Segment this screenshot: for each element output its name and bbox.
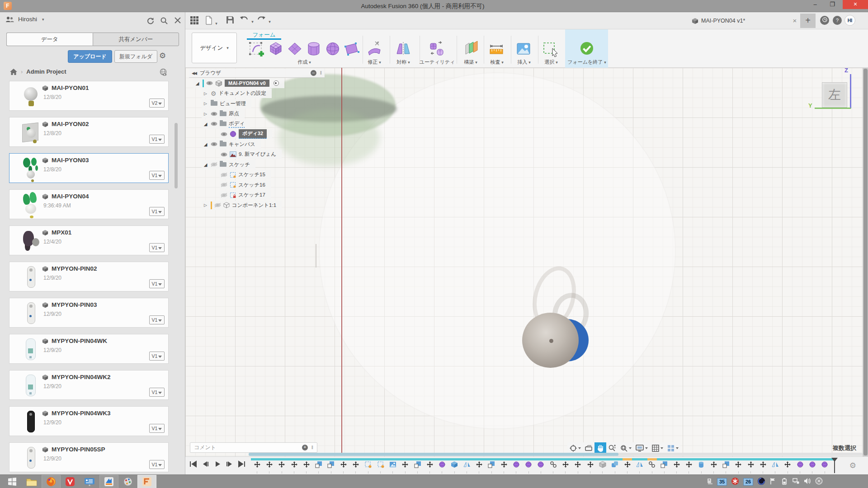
expander-expanded-icon[interactable]: ◢	[203, 142, 208, 147]
visibility-eye-icon[interactable]	[206, 81, 213, 85]
project-item[interactable]: MYPYON-PIN05SP 12/9/20 V1	[9, 442, 169, 472]
tab-form-context[interactable]: フォーム	[247, 29, 281, 39]
version-dropdown[interactable]: V1	[149, 243, 165, 252]
new-folder-button[interactable]: 新規フォルダ	[114, 50, 157, 63]
tray-flag-icon[interactable]	[769, 478, 777, 486]
panel-settings-gear-icon[interactable]: ⚙	[159, 51, 166, 61]
playback-play-button[interactable]	[213, 460, 222, 468]
timeline-feature-move[interactable]	[559, 461, 571, 474]
timeline-feature-sketch[interactable]	[362, 461, 374, 474]
tray-dismiss-icon[interactable]	[815, 477, 823, 486]
team-selector[interactable]: Hiroshi	[5, 16, 44, 23]
form-box-icon[interactable]	[267, 40, 285, 58]
timeline-feature-form[interactable]	[523, 461, 535, 474]
version-dropdown[interactable]: V1	[149, 207, 165, 216]
taskbar-palette-icon[interactable]	[118, 475, 137, 488]
timeline-feature-move[interactable]	[288, 461, 300, 474]
tray-network-icon[interactable]	[792, 478, 800, 486]
tree-node[interactable]: ◢キャンバス	[189, 140, 325, 149]
timeline-feature-move[interactable]	[745, 461, 757, 474]
group-inspect-label[interactable]: 検査	[486, 59, 508, 66]
insert-icon[interactable]	[514, 40, 533, 58]
timeline-feature-move[interactable]	[251, 461, 263, 474]
tree-node-label[interactable]: MAI-PYON04 v0	[225, 80, 269, 87]
tree-node-label[interactable]: スケッチ15	[238, 171, 265, 178]
apps-grid-icon[interactable]	[190, 16, 199, 26]
timeline-feature-move[interactable]	[782, 461, 794, 474]
browser-collapse-icon[interactable]: ◀◀	[192, 71, 196, 75]
vertical-scrollbar[interactable]	[863, 68, 868, 456]
timeline-playhead[interactable]	[834, 458, 835, 473]
timeline-feature-move[interactable]	[572, 461, 584, 474]
upload-button[interactable]: アップロード	[68, 50, 112, 63]
timeline-feature-mirror[interactable]	[461, 461, 473, 474]
timeline-feature-move[interactable]	[683, 461, 695, 474]
shared-globe-icon[interactable]	[159, 68, 167, 78]
timeline-feature-move[interactable]	[670, 461, 683, 474]
visibility-eye-icon[interactable]	[211, 112, 217, 116]
tree-node[interactable]: スケッチ15	[189, 170, 325, 179]
timeline-feature-box[interactable]	[448, 461, 461, 474]
form-sphere-icon[interactable]	[324, 40, 342, 58]
horizontal-scroll-thumb[interactable]	[249, 453, 618, 456]
timeline-settings-gear-icon[interactable]: ⚙	[849, 461, 856, 470]
group-symmetry-label[interactable]: 対称	[390, 59, 417, 66]
tray-device-icon[interactable]	[707, 478, 713, 486]
close-panel-icon[interactable]	[173, 17, 183, 27]
utility-icon[interactable]	[428, 40, 446, 58]
viewports-dropdown-icon[interactable]	[676, 447, 679, 449]
finish-form-icon[interactable]	[578, 40, 596, 58]
timeline-feature-form[interactable]	[794, 461, 806, 474]
tray-volume-icon[interactable]	[804, 478, 811, 486]
save-icon[interactable]	[226, 16, 234, 25]
symmetry-icon[interactable]	[394, 40, 412, 58]
timeline-feature-link[interactable]	[547, 461, 559, 474]
visibility-eye-icon[interactable]	[211, 142, 217, 146]
refresh-icon[interactable]	[146, 17, 156, 27]
project-item[interactable]: MAI-PYON04 9:36:49 AM V1	[9, 189, 169, 219]
expander-collapsed-icon[interactable]: ▷	[203, 112, 208, 116]
version-dropdown[interactable]: V1	[149, 352, 165, 361]
tree-node-label[interactable]: ボディ32	[239, 129, 267, 139]
tree-node-label[interactable]: コンポーネント1:1	[232, 202, 276, 209]
tree-node[interactable]: ◢スケッチ	[189, 160, 325, 169]
project-item[interactable]: MYPYON-PIN04WK2 12/9/20 V1	[9, 370, 169, 400]
display-dropdown-icon[interactable]	[645, 447, 648, 449]
tray-app-dark-icon[interactable]	[757, 477, 765, 487]
version-dropdown[interactable]: V1	[149, 279, 165, 288]
visibility-eye-off-icon[interactable]	[221, 173, 227, 177]
tray-power-icon[interactable]	[781, 478, 788, 486]
comment-expand-icon[interactable]: +	[302, 445, 308, 450]
tree-node-label[interactable]: スケッチ	[229, 161, 250, 168]
taskbar-vivaldi-icon[interactable]	[61, 475, 80, 488]
tray-temp-red-icon[interactable]	[731, 477, 739, 487]
taskbar-start-icon[interactable]	[3, 475, 22, 488]
timeline-feature-face[interactable]	[720, 461, 732, 474]
inspect-icon[interactable]	[487, 40, 505, 58]
tab-data[interactable]: データ	[6, 33, 93, 46]
tray-temperature-badge[interactable]: 26	[743, 478, 753, 486]
grid-dropdown-icon[interactable]	[660, 447, 663, 449]
viewports-layout[interactable]	[665, 442, 680, 454]
group-insert-label[interactable]: 挿入	[513, 59, 535, 66]
form-face-icon[interactable]	[343, 40, 361, 58]
project-item[interactable]: MYPYON-PIN03 12/9/20 V1	[9, 298, 169, 328]
notifications-clock-icon[interactable]	[820, 16, 829, 25]
undo-icon[interactable]	[240, 16, 254, 24]
close-tab-icon[interactable]: ×	[790, 16, 799, 25]
horizontal-scrollbar[interactable]	[249, 453, 863, 456]
timeline-feature-move[interactable]	[399, 461, 411, 474]
timeline-feature-image[interactable]	[387, 461, 399, 474]
expander-collapsed-icon[interactable]: ▷	[203, 203, 208, 207]
zoom-tool[interactable]	[606, 442, 618, 454]
timeline-feature-move[interactable]	[757, 461, 769, 474]
visibility-eye-icon[interactable]	[211, 122, 217, 126]
expander-expanded-icon[interactable]: ◢	[194, 81, 200, 86]
visibility-eye-icon[interactable]	[221, 132, 227, 136]
visibility-eye-off-icon[interactable]	[221, 183, 227, 187]
tree-node[interactable]: ▷コンポーネント1:1	[189, 201, 325, 210]
workspace-selector[interactable]: デザイン	[192, 33, 237, 63]
search-icon[interactable]	[159, 17, 169, 27]
timeline-feature-face[interactable]	[312, 461, 325, 474]
timeline-feature-sketch[interactable]	[374, 461, 387, 474]
